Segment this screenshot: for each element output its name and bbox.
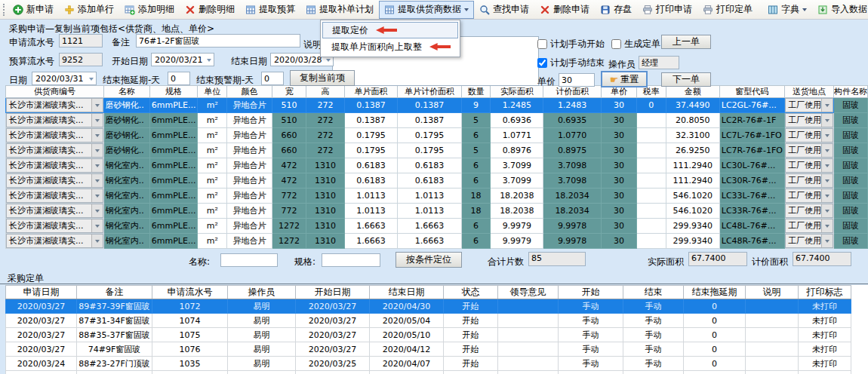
column-header[interactable]: 单片面积 bbox=[344, 86, 398, 98]
table-cell[interactable]: 1.0770 bbox=[543, 128, 602, 143]
table-cell[interactable]: 9 bbox=[461, 98, 491, 113]
table-cell[interactable]: 6 bbox=[461, 234, 491, 249]
column-header[interactable]: 说明 bbox=[746, 286, 799, 299]
chevron-down-icon[interactable] bbox=[802, 8, 807, 14]
table-cell[interactable]: 0.1387 bbox=[344, 98, 398, 113]
table-cell[interactable]: 固玻 bbox=[833, 173, 867, 189]
reset-button[interactable]: ☛重置 bbox=[601, 71, 648, 87]
supplier-combo[interactable]: 长沙市潇湘玻璃实... bbox=[6, 143, 104, 158]
table-cell[interactable]: 磨砂钢化.. bbox=[103, 143, 149, 158]
table-cell[interactable]: LC33R-76#... bbox=[719, 204, 784, 219]
menu-item-2[interactable]: 提取单片面积向上取整 bbox=[322, 38, 458, 55]
table-row[interactable]: 长沙市潇湘玻璃实...钢化室内..6mmPLE...m²异地合片77213101… bbox=[6, 204, 868, 219]
table-cell[interactable]: 20.8050 bbox=[666, 113, 719, 128]
chevron-down-icon[interactable] bbox=[821, 219, 833, 232]
toolbar-button-11[interactable]: 打印申请 bbox=[637, 1, 697, 19]
table-cell[interactable]: 易明 bbox=[228, 357, 296, 371]
table-cell[interactable]: m² bbox=[198, 189, 227, 204]
table-cell[interactable]: 18.2034 bbox=[543, 204, 602, 219]
table-cell[interactable]: 6 bbox=[461, 219, 491, 234]
table-cell[interactable]: 772 bbox=[272, 189, 306, 204]
table-row[interactable]: 2020/03/2788#35-37F窗固玻1075易明2020/03/2720… bbox=[6, 328, 851, 342]
table-row[interactable]: 长沙市潇湘玻璃实...钢化室内..6mmPLE...m²异地合片77213101… bbox=[6, 189, 868, 204]
table-cell[interactable]: 0.1387 bbox=[398, 113, 461, 128]
table-cell[interactable]: m² bbox=[198, 143, 227, 158]
table-cell[interactable] bbox=[746, 342, 799, 357]
table-cell[interactable]: 772 bbox=[272, 204, 306, 219]
table-cell[interactable]: 30 bbox=[601, 98, 636, 113]
table-cell[interactable]: 3.7099 bbox=[491, 158, 543, 173]
table-cell[interactable]: 0.1795 bbox=[398, 143, 461, 158]
delivery-combo[interactable]: 工厂使用 bbox=[784, 158, 833, 173]
column-header[interactable]: 构件名称 bbox=[833, 86, 867, 98]
table-cell[interactable] bbox=[746, 371, 799, 374]
table-cell[interactable]: 钢化室内.. bbox=[103, 219, 149, 234]
table-cell[interactable] bbox=[498, 357, 559, 371]
column-header[interactable]: 打印标志 bbox=[799, 286, 851, 299]
table-cell[interactable]: 1.6663 bbox=[398, 219, 461, 234]
table-cell[interactable]: 手动 bbox=[623, 357, 684, 371]
table-cell[interactable]: 37.4490 bbox=[666, 98, 719, 113]
table-cell[interactable]: 0 bbox=[684, 314, 746, 328]
table-cell[interactable]: 手动 bbox=[623, 314, 684, 328]
table-cell[interactable]: 0.6183 bbox=[344, 158, 398, 173]
column-header[interactable]: 高 bbox=[306, 86, 344, 98]
supplier-combo[interactable]: 长沙市潇湘玻璃实... bbox=[6, 98, 104, 113]
filter-name-input[interactable] bbox=[220, 253, 278, 267]
table-cell[interactable]: 472 bbox=[272, 173, 306, 189]
column-header[interactable]: 单位 bbox=[198, 86, 227, 98]
table-cell[interactable]: 87#31-34F窗固玻 bbox=[77, 314, 152, 328]
table-cell[interactable]: 0.8975 bbox=[543, 143, 602, 158]
table-cell[interactable]: 异地合片 bbox=[227, 143, 272, 158]
table-cell[interactable]: 固玻 bbox=[833, 158, 867, 173]
column-header[interactable]: 规格 bbox=[149, 86, 198, 98]
toolbar-button-3[interactable]: 添加明细 bbox=[119, 1, 180, 19]
table-cell[interactable]: 1.6663 bbox=[344, 219, 398, 234]
table-cell[interactable]: 1.6663 bbox=[344, 234, 398, 249]
table-cell[interactable]: 0 bbox=[684, 328, 746, 342]
table-cell[interactable] bbox=[370, 371, 444, 374]
table-cell[interactable] bbox=[498, 371, 559, 374]
table-cell[interactable]: 1.0113 bbox=[398, 189, 461, 204]
table-cell[interactable]: 1310 bbox=[306, 189, 344, 204]
table-cell[interactable]: 26.9250 bbox=[666, 143, 719, 158]
table-cell[interactable]: m² bbox=[198, 234, 227, 249]
table-cell[interactable]: 30 bbox=[601, 234, 636, 249]
table-cell[interactable]: 9.9979 bbox=[491, 219, 543, 234]
table-cell[interactable]: m² bbox=[198, 158, 227, 173]
table-cell[interactable]: 固玻 bbox=[833, 113, 867, 128]
delivery-combo[interactable]: 工厂使用 bbox=[784, 128, 833, 143]
table-cell[interactable]: 2020/05/04 bbox=[370, 314, 444, 328]
chevron-down-icon[interactable] bbox=[207, 59, 211, 64]
table-cell[interactable]: 30 bbox=[601, 113, 636, 128]
table-cell[interactable]: 30 bbox=[601, 204, 636, 219]
table-cell[interactable]: 0 bbox=[684, 357, 746, 371]
table-cell[interactable] bbox=[623, 371, 684, 374]
table-cell[interactable]: 30 bbox=[601, 128, 636, 143]
table-cell[interactable]: 0.6183 bbox=[398, 173, 461, 189]
table-cell[interactable]: 18.2038 bbox=[491, 204, 543, 219]
table-cell[interactable]: 272 bbox=[306, 128, 344, 143]
table-cell[interactable]: 3.7098 bbox=[543, 158, 602, 173]
table-cell[interactable]: 手动 bbox=[559, 342, 623, 357]
toolbar-grip[interactable] bbox=[3, 4, 5, 16]
table-cell[interactable]: 2020/04/30 bbox=[370, 299, 444, 314]
table-cell[interactable]: LC7R-76#-1FO bbox=[719, 143, 784, 158]
chevron-down-icon[interactable] bbox=[91, 235, 103, 247]
budget-serial-input[interactable] bbox=[59, 53, 103, 66]
table-cell[interactable]: 1072 bbox=[152, 299, 228, 314]
column-header[interactable]: 状态 bbox=[444, 286, 498, 299]
table-cell[interactable]: 异地合片 bbox=[227, 173, 272, 189]
table-cell[interactable]: m² bbox=[198, 173, 227, 189]
table-row[interactable]: 长沙市潇湘玻璃实...钢化室内..6mmPLE...m²异地合片47213100… bbox=[6, 158, 868, 173]
table-row[interactable]: 长沙市潇湘玻璃实...磨砂钢化..6mmPLE...m²异地合片6602720.… bbox=[6, 128, 868, 143]
table-row[interactable]: 长沙市潇湘玻璃实...钢化室内..6mmPLE...m²异地合片47213100… bbox=[6, 173, 868, 189]
locate-by-condition-button[interactable]: 按条件定位 bbox=[396, 252, 462, 268]
table-cell[interactable]: 1074 bbox=[152, 314, 228, 328]
table-cell[interactable]: 异地合片 bbox=[227, 234, 272, 249]
table-cell[interactable]: 18.2034 bbox=[543, 189, 602, 204]
table-cell[interactable]: 1.6663 bbox=[398, 234, 461, 249]
delivery-combo[interactable]: 工厂使用 bbox=[784, 98, 833, 113]
table-cell[interactable]: 272 bbox=[306, 98, 344, 113]
table-cell[interactable] bbox=[636, 189, 666, 204]
